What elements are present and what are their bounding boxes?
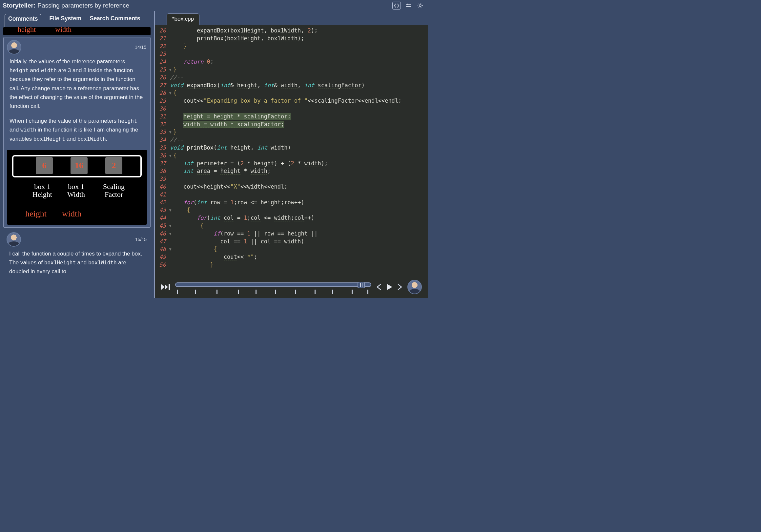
code-content (170, 175, 173, 183)
main-layout: Comments File System Search Comments hei… (0, 11, 428, 298)
code-line[interactable]: 38 int area = height * width; (155, 167, 428, 175)
settings-sliders-icon[interactable] (404, 2, 413, 10)
code-line[interactable]: 42 for(int row = 1;row <= height;row++) (155, 199, 428, 207)
code-line[interactable]: 25▾} (155, 66, 428, 74)
tab-search-comments[interactable]: Search Comments (89, 14, 141, 23)
code-line[interactable]: 22 } (155, 43, 428, 50)
code-content: width = width * scalingFactor; (170, 121, 284, 129)
code-line[interactable]: 21 printBox(box1Height, box1Width); (155, 35, 428, 43)
code-line[interactable]: 40 cout<<height<<"X"<<width<<endl; (155, 183, 428, 191)
fold-toggle[interactable]: ▾ (169, 222, 173, 230)
code-line[interactable]: 32 width = width * scalingFactor; (155, 121, 428, 129)
progress-track[interactable] (175, 282, 371, 287)
step-forward-button[interactable] (397, 284, 403, 290)
line-number: 41 (155, 191, 169, 199)
fold-toggle[interactable]: ▾ (169, 152, 173, 160)
fold-toggle[interactable]: ▾ (169, 89, 173, 97)
line-number: 38 (155, 167, 169, 175)
line-number: 46 (155, 230, 169, 238)
code-line[interactable]: 46▾ if(row == 1 || row == height || (155, 230, 428, 238)
sketch-label: height (18, 27, 36, 34)
code-line[interactable]: 35 void printBox(int height, int width) (155, 144, 428, 152)
step-back-button[interactable] (376, 284, 381, 290)
svg-point-4 (419, 5, 421, 7)
code-line[interactable]: 20 expandBox(box1Height, box1Width, 2); (155, 27, 428, 35)
code-line[interactable]: 27 void expandBox(int& height, int& widt… (155, 82, 428, 89)
code-content: if(row == 1 || row == height || (173, 230, 318, 238)
comment-card[interactable]: 14/15 Initially, the values of the refer… (3, 37, 150, 228)
line-number: 37 (155, 160, 169, 168)
code-line[interactable]: 45▾ { (155, 222, 428, 230)
code-view-toggle[interactable] (392, 2, 401, 10)
code-line[interactable]: 36▾{ (155, 152, 428, 160)
sketch-label: ScalingFactor (97, 183, 130, 199)
line-number: 35 (155, 144, 169, 152)
avatar[interactable] (407, 280, 422, 294)
code-line[interactable]: 37 int perimeter = (2 * height) + (2 * w… (155, 160, 428, 168)
code-line[interactable]: 50 } (155, 261, 428, 269)
code-content: } (173, 66, 176, 74)
line-number: 26 (155, 74, 169, 82)
fold-toggle[interactable]: ▾ (169, 245, 173, 253)
playback-controls (155, 275, 428, 298)
tab-comments[interactable]: Comments (5, 14, 41, 27)
line-number: 20 (155, 27, 169, 35)
header-toolbar (392, 2, 425, 10)
code-line[interactable]: 28▾{ (155, 89, 428, 97)
playback-progress[interactable] (175, 280, 371, 292)
comment-counter: 14/15 (135, 45, 146, 50)
code-content: } (173, 128, 176, 136)
sketch-diagram: 6 16 2 box 1Height box 1Width ScalingFac… (7, 150, 147, 225)
code-content: { (173, 89, 176, 97)
fold-toggle[interactable]: ▾ (169, 230, 173, 238)
code-line[interactable]: 34 //-- (155, 136, 428, 144)
code-content: int perimeter = (2 * height) + (2 * widt… (170, 160, 328, 168)
tick-mark (256, 290, 257, 294)
code-editor[interactable]: 20 expandBox(box1Height, box1Width, 2);2… (155, 25, 428, 275)
line-number: 32 (155, 121, 169, 129)
skip-forward-button[interactable] (161, 283, 171, 291)
line-number: 50 (155, 261, 169, 269)
comment-card[interactable]: 15/15 I call the function a couple of ti… (3, 230, 150, 281)
code-line[interactable]: 48▾ { (155, 245, 428, 253)
sketch-label: box 1Height (26, 183, 59, 199)
code-line[interactable]: 43▾ { (155, 206, 428, 214)
tab-file-system[interactable]: File System (48, 14, 82, 23)
code-line[interactable]: 49 cout<<"*"; (155, 253, 428, 261)
line-number: 29 (155, 97, 169, 105)
code-line[interactable]: 31 height = height * scalingFactor; (155, 113, 428, 121)
svg-point-1 (407, 4, 408, 5)
code-line[interactable]: 41 (155, 191, 428, 199)
comment-counter: 15/15 (135, 237, 146, 242)
code-line[interactable]: 44 for(int col = 1;col <= width;col++) (155, 214, 428, 222)
code-line[interactable]: 29 cout<<"Expanding box by a factor of "… (155, 97, 428, 105)
code-line[interactable]: 26 //-- (155, 74, 428, 82)
code-content: { (173, 222, 204, 230)
line-number: 48 (155, 245, 169, 253)
code-line[interactable]: 23 (155, 50, 428, 58)
code-line[interactable]: 30 (155, 105, 428, 113)
code-line[interactable]: 33▾} (155, 128, 428, 136)
code-content: return 0; (170, 58, 213, 66)
line-number: 27 (155, 82, 169, 89)
code-line[interactable]: 39 (155, 175, 428, 183)
code-content (170, 105, 173, 113)
code-line[interactable]: 47 col == 1 || col == width) (155, 238, 428, 246)
progress-thumb[interactable] (358, 282, 365, 288)
page-title: Storyteller: Passing parameters by refer… (3, 2, 129, 9)
code-content: cout<<height<<"X"<<width<<endl; (170, 183, 287, 191)
fold-toggle[interactable]: ▾ (169, 206, 173, 214)
code-content: //-- (170, 136, 183, 144)
play-button[interactable] (386, 283, 393, 291)
file-tab[interactable]: *box.cpp (167, 14, 200, 25)
fold-toggle[interactable]: ▾ (169, 128, 173, 136)
comments-list[interactable]: height width 14/15 Initially, the values… (0, 27, 154, 298)
code-content: int area = height * width; (170, 167, 270, 175)
code-line[interactable]: 24 return 0; (155, 58, 428, 66)
fold-toggle[interactable]: ▾ (169, 66, 173, 74)
tick-mark (352, 290, 353, 294)
code-content (170, 50, 173, 58)
left-panel: Comments File System Search Comments hei… (0, 11, 154, 298)
gear-icon[interactable] (416, 2, 425, 10)
code-content: cout<<"*"; (170, 253, 257, 261)
